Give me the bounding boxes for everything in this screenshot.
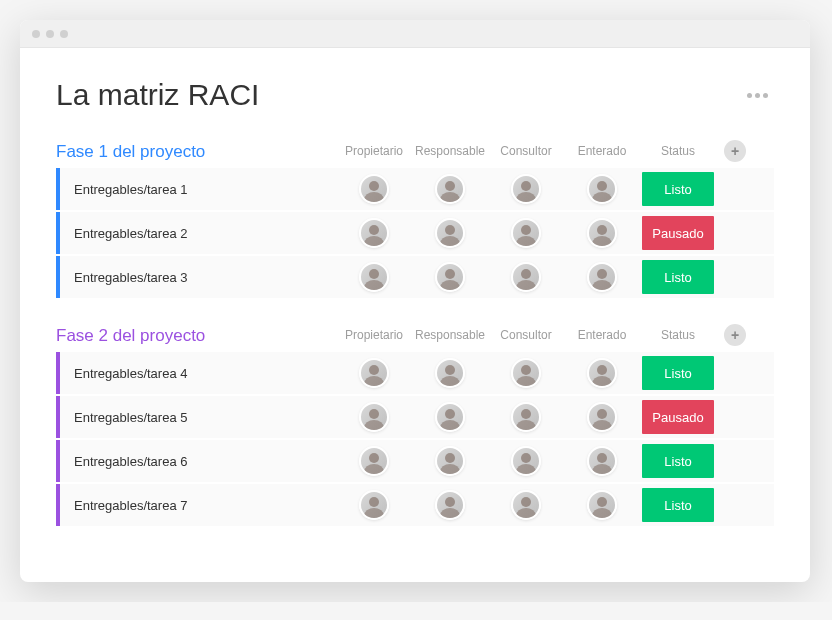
- consultant-cell[interactable]: [488, 446, 564, 476]
- app-window: La matriz RACI Fase 1 del proyecto Propi…: [20, 20, 810, 582]
- status-badge: Listo: [642, 488, 714, 522]
- column-header-informed[interactable]: Enterado: [564, 328, 640, 342]
- column-header-status[interactable]: Status: [640, 144, 716, 158]
- avatar: [587, 174, 617, 204]
- status-cell[interactable]: Listo: [640, 260, 716, 294]
- avatar: [359, 402, 389, 432]
- informed-cell[interactable]: [564, 174, 640, 204]
- plus-icon: +: [731, 327, 739, 343]
- consultant-cell[interactable]: [488, 358, 564, 388]
- row-name[interactable]: Entregables/tarea 2: [60, 226, 336, 241]
- status-badge: Pausado: [642, 216, 714, 250]
- informed-cell[interactable]: [564, 218, 640, 248]
- avatar: [511, 402, 541, 432]
- avatar: [511, 174, 541, 204]
- phase-title[interactable]: Fase 2 del proyecto: [56, 326, 336, 346]
- responsible-cell[interactable]: [412, 490, 488, 520]
- status-cell[interactable]: Listo: [640, 356, 716, 390]
- add-column-button[interactable]: +: [724, 140, 746, 162]
- avatar: [511, 218, 541, 248]
- row-name[interactable]: Entregables/tarea 4: [60, 366, 336, 381]
- responsible-cell[interactable]: [412, 218, 488, 248]
- column-header-responsible[interactable]: Responsable: [412, 144, 488, 158]
- avatar: [587, 358, 617, 388]
- table-row[interactable]: Entregables/tarea 4 Listo: [56, 352, 774, 394]
- avatar: [435, 446, 465, 476]
- status-cell[interactable]: Pausado: [640, 216, 716, 250]
- responsible-cell[interactable]: [412, 358, 488, 388]
- row-name[interactable]: Entregables/tarea 7: [60, 498, 336, 513]
- table-row[interactable]: Entregables/tarea 7 Listo: [56, 484, 774, 526]
- informed-cell[interactable]: [564, 490, 640, 520]
- responsible-cell[interactable]: [412, 174, 488, 204]
- avatar: [435, 262, 465, 292]
- window-titlebar: [20, 20, 810, 48]
- row-name[interactable]: Entregables/tarea 3: [60, 270, 336, 285]
- column-header-owner[interactable]: Propietario: [336, 328, 412, 342]
- row-cells: Pausado: [336, 216, 774, 250]
- row-name[interactable]: Entregables/tarea 5: [60, 410, 336, 425]
- status-cell[interactable]: Listo: [640, 488, 716, 522]
- column-header-consultant[interactable]: Consultor: [488, 144, 564, 158]
- window-maximize-icon[interactable]: [60, 30, 68, 38]
- row-cells: Listo: [336, 172, 774, 206]
- avatar: [359, 218, 389, 248]
- column-header-status[interactable]: Status: [640, 328, 716, 342]
- status-badge: Listo: [642, 260, 714, 294]
- avatar: [587, 490, 617, 520]
- add-column-button[interactable]: +: [724, 324, 746, 346]
- phase-title[interactable]: Fase 1 del proyecto: [56, 142, 336, 162]
- avatar: [435, 174, 465, 204]
- owner-cell[interactable]: [336, 446, 412, 476]
- status-cell[interactable]: Listo: [640, 172, 716, 206]
- row-name[interactable]: Entregables/tarea 6: [60, 454, 336, 469]
- window-close-icon[interactable]: [32, 30, 40, 38]
- avatar: [435, 402, 465, 432]
- column-header-consultant[interactable]: Consultor: [488, 328, 564, 342]
- table-row[interactable]: Entregables/tarea 5 Pausado: [56, 396, 774, 438]
- responsible-cell[interactable]: [412, 262, 488, 292]
- table-row[interactable]: Entregables/tarea 6 Listo: [56, 440, 774, 482]
- table-row[interactable]: Entregables/tarea 1 Listo: [56, 168, 774, 210]
- row-cells: Listo: [336, 444, 774, 478]
- avatar: [359, 262, 389, 292]
- page-header: La matriz RACI: [56, 78, 774, 112]
- row-cells: Listo: [336, 488, 774, 522]
- informed-cell[interactable]: [564, 262, 640, 292]
- table-row[interactable]: Entregables/tarea 2 Pausado: [56, 212, 774, 254]
- avatar: [511, 262, 541, 292]
- column-headers: Propietario Responsable Consultor Entera…: [336, 324, 774, 346]
- consultant-cell[interactable]: [488, 218, 564, 248]
- responsible-cell[interactable]: [412, 446, 488, 476]
- informed-cell[interactable]: [564, 402, 640, 432]
- page-title: La matriz RACI: [56, 78, 259, 112]
- consultant-cell[interactable]: [488, 402, 564, 432]
- column-header-owner[interactable]: Propietario: [336, 144, 412, 158]
- owner-cell[interactable]: [336, 490, 412, 520]
- avatar: [359, 446, 389, 476]
- owner-cell[interactable]: [336, 218, 412, 248]
- consultant-cell[interactable]: [488, 262, 564, 292]
- phase-header: Fase 2 del proyecto Propietario Responsa…: [56, 324, 774, 346]
- owner-cell[interactable]: [336, 358, 412, 388]
- owner-cell[interactable]: [336, 262, 412, 292]
- owner-cell[interactable]: [336, 174, 412, 204]
- status-cell[interactable]: Pausado: [640, 400, 716, 434]
- consultant-cell[interactable]: [488, 174, 564, 204]
- responsible-cell[interactable]: [412, 402, 488, 432]
- window-minimize-icon[interactable]: [46, 30, 54, 38]
- dot-icon: [755, 93, 760, 98]
- table-row[interactable]: Entregables/tarea 3 Listo: [56, 256, 774, 298]
- status-cell[interactable]: Listo: [640, 444, 716, 478]
- status-badge: Listo: [642, 444, 714, 478]
- more-options-button[interactable]: [741, 87, 774, 104]
- dot-icon: [763, 93, 768, 98]
- row-name[interactable]: Entregables/tarea 1: [60, 182, 336, 197]
- informed-cell[interactable]: [564, 446, 640, 476]
- informed-cell[interactable]: [564, 358, 640, 388]
- column-header-responsible[interactable]: Responsable: [412, 328, 488, 342]
- column-header-informed[interactable]: Enterado: [564, 144, 640, 158]
- avatar: [511, 358, 541, 388]
- consultant-cell[interactable]: [488, 490, 564, 520]
- owner-cell[interactable]: [336, 402, 412, 432]
